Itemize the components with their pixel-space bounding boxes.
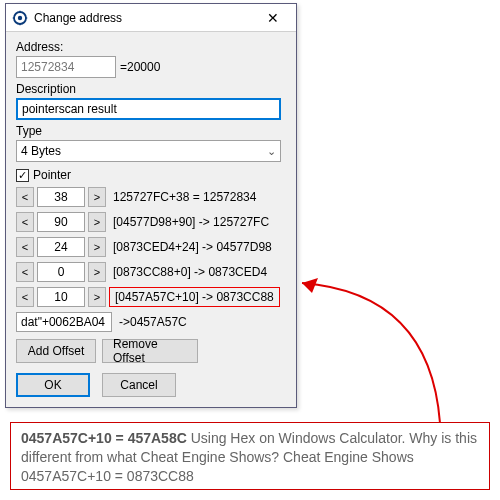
- base-result: ->0457A57C: [115, 312, 187, 332]
- offset-inc-button[interactable]: >: [88, 187, 106, 207]
- change-address-dialog: Change address ✕ Address: =20000 Descrip…: [5, 3, 297, 408]
- description-input[interactable]: [16, 98, 281, 120]
- offset-inc-button[interactable]: >: [88, 262, 106, 282]
- address-label: Address:: [16, 40, 286, 54]
- offset-result: [0873CED4+24] -> 04577D98: [109, 237, 272, 257]
- type-label: Type: [16, 124, 286, 138]
- offset-dec-button[interactable]: <: [16, 237, 34, 257]
- offset-result: 125727FC+38 = 12572834: [109, 187, 256, 207]
- chevron-down-icon: ⌄: [267, 145, 276, 158]
- type-select[interactable]: 4 Bytes ⌄: [16, 140, 281, 162]
- base-address-input[interactable]: [16, 312, 112, 332]
- offset-result: [04577D98+90] -> 125727FC: [109, 212, 269, 232]
- annotation-bold: 0457A57C+10 = 457A58C: [21, 430, 187, 446]
- offset-input[interactable]: [37, 237, 85, 257]
- offset-dec-button[interactable]: <: [16, 262, 34, 282]
- window-title: Change address: [34, 11, 252, 25]
- offset-input[interactable]: [37, 187, 85, 207]
- annotation-arrow: [290, 273, 490, 433]
- offset-inc-button[interactable]: >: [88, 287, 106, 307]
- address-equals: =20000: [120, 60, 160, 74]
- ok-button[interactable]: OK: [16, 373, 90, 397]
- offset-dec-button[interactable]: <: [16, 187, 34, 207]
- offset-dec-button[interactable]: <: [16, 212, 34, 232]
- offset-input[interactable]: [37, 287, 85, 307]
- app-icon: [12, 10, 28, 26]
- type-value: 4 Bytes: [21, 144, 61, 158]
- offset-result: [0873CC88+0] -> 0873CED4: [109, 262, 267, 282]
- annotation-box: 0457A57C+10 = 457A58C Using Hex on Windo…: [10, 422, 490, 490]
- offset-result-highlighted: [0457A57C+10] -> 0873CC88: [109, 287, 280, 307]
- offset-input[interactable]: [37, 262, 85, 282]
- offset-dec-button[interactable]: <: [16, 287, 34, 307]
- titlebar: Change address ✕: [6, 4, 296, 32]
- offset-inc-button[interactable]: >: [88, 237, 106, 257]
- description-label: Description: [16, 82, 286, 96]
- remove-offset-button[interactable]: Remove Offset: [102, 339, 198, 363]
- offset-input[interactable]: [37, 212, 85, 232]
- add-offset-button[interactable]: Add Offset: [16, 339, 96, 363]
- address-input[interactable]: [16, 56, 116, 78]
- pointer-label: Pointer: [33, 168, 71, 182]
- cancel-button[interactable]: Cancel: [102, 373, 176, 397]
- pointer-checkbox[interactable]: ✓: [16, 169, 29, 182]
- offset-inc-button[interactable]: >: [88, 212, 106, 232]
- svg-point-1: [18, 15, 22, 19]
- close-icon[interactable]: ✕: [252, 5, 294, 31]
